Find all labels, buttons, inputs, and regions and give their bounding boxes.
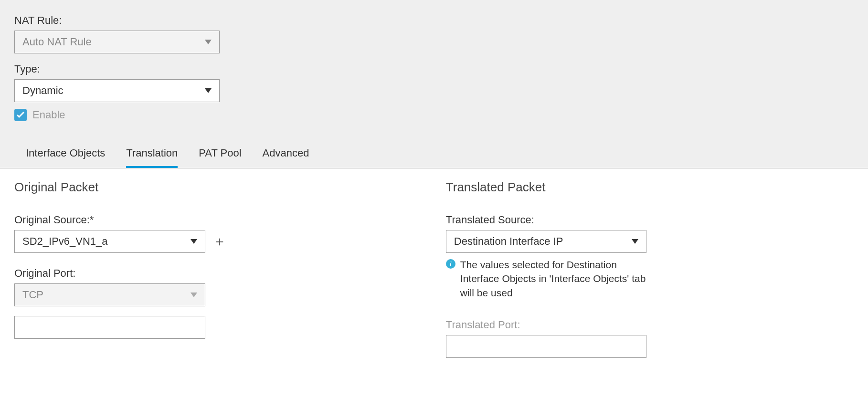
translated-source-select[interactable]: Destination Interface IP (446, 230, 646, 253)
original-port-value: TCP (22, 289, 43, 301)
original-port-select[interactable]: TCP (14, 283, 205, 306)
translated-packet-col: Translated Packet Translated Source: Des… (446, 180, 849, 358)
type-label: Type: (14, 63, 854, 75)
svg-marker-1 (205, 88, 212, 93)
original-port-input[interactable] (14, 316, 205, 339)
original-source-value: SD2_IPv6_VN1_a (22, 235, 108, 248)
original-packet-title: Original Packet (14, 180, 417, 195)
tab-interface-objects[interactable]: Interface Objects (26, 140, 105, 168)
info-text: The values selected for Destination Inte… (460, 258, 646, 300)
translated-source-value: Destination Interface IP (454, 235, 563, 248)
translated-packet-title: Translated Packet (446, 180, 849, 195)
enable-checkbox[interactable] (14, 109, 27, 121)
chevron-down-icon (191, 239, 197, 244)
info-icon: i (446, 259, 455, 269)
nat-rule-group: NAT Rule: Auto NAT Rule (14, 14, 854, 53)
enable-row: Enable (14, 109, 854, 121)
type-group: Type: Dynamic Enable (14, 63, 854, 121)
add-original-source-button[interactable]: ＋ (211, 232, 228, 251)
enable-label: Enable (32, 109, 65, 121)
svg-marker-4 (632, 239, 638, 244)
chevron-down-icon (205, 40, 212, 44)
translated-port-input[interactable] (446, 335, 646, 358)
chevron-down-icon (191, 293, 197, 297)
info-row: i The values selected for Destination In… (446, 258, 646, 300)
content: Original Packet Original Source:* SD2_IP… (0, 168, 868, 369)
tab-translation[interactable]: Translation (126, 140, 178, 168)
original-port-label: Original Port: (14, 267, 417, 280)
nat-rule-label: NAT Rule: (14, 14, 854, 27)
chevron-down-icon (632, 239, 638, 244)
original-packet-col: Original Packet Original Source:* SD2_IP… (14, 180, 417, 358)
tab-pat-pool[interactable]: PAT Pool (199, 140, 241, 168)
translated-source-label: Translated Source: (446, 214, 849, 226)
svg-marker-0 (205, 40, 212, 44)
type-value: Dynamic (22, 84, 64, 97)
tab-advanced[interactable]: Advanced (263, 140, 309, 168)
chevron-down-icon (205, 88, 212, 93)
nat-rule-value: Auto NAT Rule (22, 36, 92, 48)
original-source-row: SD2_IPv6_VN1_a ＋ (14, 230, 417, 253)
type-select[interactable]: Dynamic (14, 79, 220, 102)
tabs: Interface Objects Translation PAT Pool A… (14, 140, 854, 168)
original-source-select[interactable]: SD2_IPv6_VN1_a (14, 230, 205, 253)
svg-marker-3 (191, 293, 197, 297)
svg-marker-2 (191, 239, 197, 244)
nat-rule-select[interactable]: Auto NAT Rule (14, 31, 220, 53)
top-section: NAT Rule: Auto NAT Rule Type: Dynamic En… (0, 0, 868, 168)
translated-port-label: Translated Port: (446, 319, 849, 331)
original-source-label: Original Source:* (14, 214, 417, 226)
